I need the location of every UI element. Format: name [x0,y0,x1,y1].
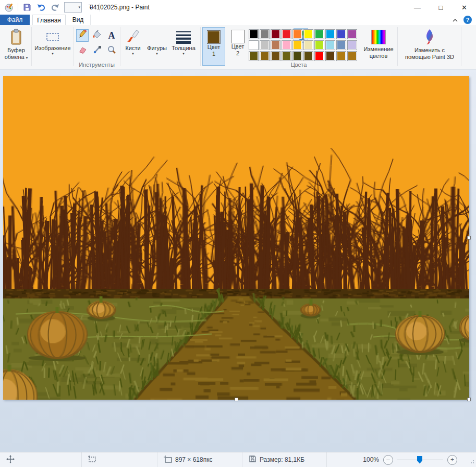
help-icon[interactable]: ? [463,16,472,24]
color2-label: Цвет 2 [229,43,246,57]
palette-swatch[interactable] [325,40,335,50]
minimize-button[interactable]: — [406,0,429,15]
qat-combo-box[interactable]: ▾ [64,2,82,13]
clipboard-icon [9,27,23,47]
palette-swatch[interactable] [314,40,324,50]
window-title: 04102025.png - Paint [90,0,150,15]
drawing-canvas[interactable] [3,76,469,400]
palette-swatch[interactable] [303,51,313,61]
palette-swatch[interactable] [336,29,346,39]
resize-handle-corner[interactable] [467,398,471,401]
palette-swatch[interactable] [347,40,357,50]
workspace [0,69,476,452]
magnifier-icon [107,45,116,57]
resize-handle-bottom[interactable] [235,398,238,401]
ribbon-tabs: Файл Главная Вид ? [0,15,476,25]
tools-group-caption: Инструменты [74,62,120,68]
zoom-slider-thumb[interactable] [417,456,422,464]
quick-access-toolbar: ▾ ▾ [0,0,100,15]
palette-swatch[interactable] [282,51,291,61]
tab-view[interactable]: Вид [66,15,91,25]
edit-colors-button[interactable]: Изменение цветов [361,28,396,59]
maximize-button[interactable]: □ [429,0,453,15]
eyedropper-icon [92,45,102,57]
palette-swatch[interactable] [282,40,291,50]
palette-swatch[interactable] [271,40,280,50]
thickness-button[interactable]: Толщина ▾ [169,29,198,56]
palette-swatch[interactable] [249,29,259,39]
cursor-position-icon [6,455,15,465]
thickness-label: Толщина [172,45,196,52]
paint-logo-icon [4,2,14,13]
chevron-down-icon: ▾ [78,5,80,9]
palette-swatch[interactable] [292,51,302,61]
palette-swatch[interactable] [271,29,280,39]
color1-button[interactable]: Цвет 1 [202,27,225,66]
palette-swatch[interactable] [292,29,302,39]
chevron-down-icon: ▾ [182,52,185,56]
window-controls: — □ ✕ [406,0,476,15]
palette-swatch[interactable] [249,40,259,50]
palette-swatch[interactable] [347,51,357,61]
palette-swatch[interactable] [325,51,335,61]
palette-swatch[interactable] [336,51,346,61]
tab-file[interactable]: Файл [0,15,30,25]
zoom-in-button[interactable]: + [447,455,457,465]
magnifier-tool[interactable] [105,45,118,57]
paint3d-button[interactable]: Изменить с помощью Paint 3D [399,27,460,61]
brushes-button[interactable]: Кисти ▾ [121,28,145,56]
zoom-cell: 100% – + [327,452,476,467]
clipboard-button[interactable]: Буфер обмена ▾ [2,27,30,61]
save-button[interactable] [22,2,32,13]
eraser-tool[interactable] [76,45,89,57]
undo-button[interactable] [36,2,46,13]
color-picker-tool[interactable] [91,45,103,57]
palette-swatch[interactable] [325,29,335,39]
palette-swatch[interactable] [336,40,346,50]
edit-colors-label: Изменение цветов [361,46,396,59]
image-button[interactable]: Изображение ▾ [33,29,72,56]
pencil-icon [78,30,87,41]
chevron-down-icon: ▾ [132,52,134,56]
cursor-position-cell [0,452,82,467]
image-label: Изображение [34,45,70,52]
group-divider [397,27,398,66]
palette-swatch[interactable] [249,51,259,61]
palette-swatch[interactable] [303,40,313,50]
zoom-slider[interactable] [397,456,443,464]
palette-swatch[interactable] [271,51,280,61]
colors-group-caption: Цвета [200,62,397,68]
collapse-ribbon-icon[interactable] [452,15,458,25]
palette-swatch[interactable] [314,51,324,61]
brush-icon [126,28,140,45]
file-size-cell: Размер: 81,1КБ [242,452,327,467]
selection-icon [46,29,59,45]
canvas-size-value: 897 × 618пкс [175,456,213,463]
palette-swatch[interactable] [292,40,302,50]
text-tool[interactable]: A [105,29,118,42]
fill-tool[interactable] [91,29,103,42]
qat-separator [18,3,18,11]
palette-swatch[interactable] [260,40,270,50]
pencil-tool[interactable] [76,29,89,42]
palette-swatch[interactable] [282,29,291,39]
palette-swatch[interactable] [347,29,357,39]
selection-size-icon [88,456,96,464]
close-button[interactable]: ✕ [453,0,476,15]
palette-swatch[interactable] [260,29,270,39]
resize-grip-icon[interactable] [469,458,474,465]
redo-button[interactable] [50,2,60,13]
title-bar: ▾ ▾ 04102025.png - Paint — □ ✕ [0,0,476,15]
paint3d-icon [422,27,437,47]
color2-button[interactable]: Цвет 2 [227,27,248,66]
zoom-out-button[interactable]: – [383,455,393,465]
palette-swatch[interactable] [314,29,324,39]
resize-handle-right[interactable] [467,236,471,240]
group-divider [200,27,201,66]
shapes-label: Фигуры [147,45,167,52]
palette-swatch[interactable] [260,51,270,61]
color1-swatch [207,30,221,44]
palette-swatch[interactable] [303,29,313,39]
shapes-button[interactable]: Фигуры ▾ [145,25,169,69]
tab-home[interactable]: Главная [32,15,66,25]
